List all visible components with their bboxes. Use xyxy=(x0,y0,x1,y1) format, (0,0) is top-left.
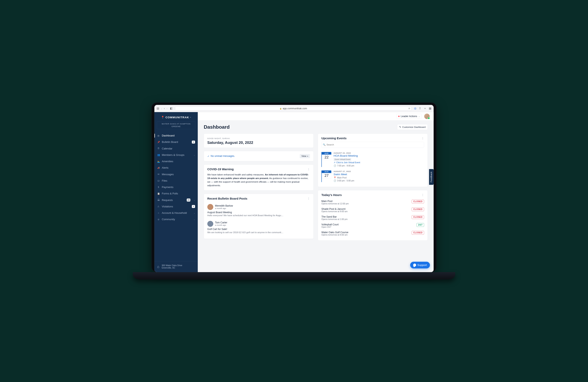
url-bar[interactable]: 🔒 app.communitrak.com ⟳ xyxy=(175,107,412,111)
url-text: app.communitrak.com xyxy=(283,107,307,110)
nav-item-alerts[interactable]: 📣 Alerts xyxy=(154,165,198,171)
status-badge: CLOSED xyxy=(412,215,424,219)
search-icon: 🔍 xyxy=(323,143,326,146)
event-item[interactable]: AUG 22 AUGUST 22, 2022 HOA Board Meeting… xyxy=(321,150,424,169)
event-time: 🕐 7:00 pm - 9:00 pm xyxy=(334,164,424,167)
nav-item-messages[interactable]: ✉ Messages xyxy=(154,171,198,177)
nav-back-icon[interactable]: ‹ xyxy=(164,107,165,110)
events-menu-button[interactable] xyxy=(421,137,424,139)
bulletin-post[interactable]: Meredith Barlow a month ago August Board… xyxy=(207,202,310,219)
reload-icon[interactable]: ⟳ xyxy=(408,107,410,110)
amenity-sub: Opens tomorrow at 8:00 am xyxy=(321,234,348,236)
post-ago: a month ago xyxy=(215,207,233,209)
nav-label: Forms & Polls xyxy=(162,192,178,195)
leader-actions-button[interactable]: Leader Actions ⌄ xyxy=(396,114,422,119)
nav-item-bulletin[interactable]: 📌 Bulletin Board 1 xyxy=(154,139,198,145)
inbox-icon: 🗳 xyxy=(157,199,160,201)
hours-card: Today's Hours Main Pool Opens tomorrow a… xyxy=(318,190,428,241)
laptop-base xyxy=(133,272,455,280)
hours-row: Main Pool Opens tomorrow at 12:00 pm CLO… xyxy=(321,198,424,206)
nav-item-community[interactable]: ⊘ Community ⌄ xyxy=(154,216,198,223)
event-item[interactable]: AUG 27 AUGUST 27, 2022 Swim Meet 📍 xyxy=(321,169,424,184)
members-icon: 👥 xyxy=(157,154,160,156)
nav-label: Community xyxy=(162,218,175,221)
nav-label: Files xyxy=(162,179,167,182)
amenity-sub: Opens tomorrow at 12:00 pm xyxy=(321,203,349,205)
nav-item-violations[interactable]: ⚠ Violations 7 xyxy=(154,203,198,210)
files-icon: 🗂 xyxy=(157,179,160,182)
tabs-icon[interactable]: ▦ xyxy=(429,107,431,110)
event-datebox: AUG 22 xyxy=(321,152,331,167)
chevron-down-icon: ⌄ xyxy=(194,212,195,214)
topbar: Leader Actions ⌄ xyxy=(198,112,434,120)
post-avatar xyxy=(207,204,213,210)
nav-label: Bulletin Board xyxy=(162,140,178,143)
event-date: AUGUST 27, 2022 xyxy=(334,171,424,172)
nav-item-amenities[interactable]: 🏊 Amenities xyxy=(154,158,198,164)
nav-item-requests[interactable]: 🗳 Requests 15 ⌄ xyxy=(154,197,198,203)
covid-menu-button[interactable] xyxy=(307,168,310,171)
event-date: AUGUST 22, 2022 xyxy=(334,152,424,154)
external-link-icon: ↗ xyxy=(334,161,336,164)
greeting-text: GOOD NIGHT, SARAH. xyxy=(207,137,310,140)
address-line-1: 300 Water Oaks Drive xyxy=(162,264,182,267)
feedback-tab[interactable]: Feedback xyxy=(429,169,434,185)
nav-badge: 7 xyxy=(192,205,195,208)
clipboard-icon: 📋 xyxy=(157,192,160,195)
nav-item-forms[interactable]: 📋 Forms & Polls xyxy=(154,191,198,197)
nav-badge: 15 xyxy=(187,199,190,202)
nav-item-payments[interactable]: $ Payments xyxy=(154,184,198,190)
nav-item-files[interactable]: 🗂 Files xyxy=(154,177,198,184)
events-search-input[interactable] xyxy=(321,142,424,148)
brand-name: COMMUNITRAK xyxy=(165,116,189,119)
post-snippet: We are looking to sell our 2018 EZ-GO go… xyxy=(207,231,310,234)
amenity-sub: Opens tomorrow at 1:00 pm xyxy=(321,218,348,221)
share-icon[interactable]: ⇪ xyxy=(419,107,421,110)
nav-forward-icon[interactable]: › xyxy=(167,107,168,110)
shield-icon[interactable]: ◧ xyxy=(170,107,173,110)
post-ago: a month ago xyxy=(215,224,227,226)
new-tab-icon[interactable]: ＋ xyxy=(424,107,426,110)
envelope-icon: ✉ xyxy=(157,173,160,176)
event-datebox: AUG 27 xyxy=(321,171,331,182)
hours-menu-button[interactable] xyxy=(421,194,424,196)
bulletin-post[interactable]: Tom Carter a month ago Golf Cart for Sal… xyxy=(207,219,310,236)
nav-item-account[interactable]: ⌂ Account & Household ⌄ xyxy=(154,210,198,216)
no-messages-text: No unread messages. xyxy=(210,155,235,157)
event-title: HOA Board Meeting xyxy=(334,154,424,157)
nav-item-dashboard[interactable]: ◷ Dashboard xyxy=(154,132,198,139)
amenity-sub: Opens tomorrow at 9:00 am xyxy=(321,210,348,213)
status-badge: CLOSED xyxy=(412,207,424,211)
bulletin-title: Recent Bulletin Board Posts xyxy=(207,197,247,200)
leader-actions-label: Leader Actions xyxy=(401,115,417,118)
status-badge: 24/7 xyxy=(417,223,424,227)
nav-label: Violations xyxy=(162,205,173,208)
brand: 📍 COMMUNITRAK ™ xyxy=(154,112,198,121)
nav-label: Messages xyxy=(162,173,174,176)
view-messages-button[interactable]: View » xyxy=(300,154,310,158)
community-switcher[interactable]: WATER OAKS AT HAMPTON GREENE xyxy=(157,121,195,129)
support-label: Support xyxy=(417,264,427,267)
user-avatar[interactable] xyxy=(424,114,430,119)
event-time: 🕐 3:00 pm - 5:00 pm xyxy=(334,179,424,182)
events-title: Upcoming Events xyxy=(321,137,347,140)
dollar-icon: $ xyxy=(157,186,160,188)
brand-tm: ™ xyxy=(190,117,191,118)
greeting-date: Saturday, August 20, 2022 xyxy=(207,140,310,145)
events-card: Upcoming Events 🔍 xyxy=(318,134,428,187)
nav-item-members[interactable]: 👥 Members & Groups ⌄ xyxy=(154,152,198,158)
bulletin-menu-button[interactable] xyxy=(307,197,310,200)
home-icon: ⌂ xyxy=(157,211,160,214)
sidebar-dropdown-icon[interactable]: ⌄ xyxy=(161,108,162,109)
sidebar-toggle-icon[interactable]: ▤ xyxy=(157,107,159,110)
post-snippet: Hello everyone! We have scheduled our ne… xyxy=(207,214,310,217)
event-join-link[interactable]: ↗ Click to Join Virtual Event xyxy=(334,161,424,164)
privacy-icon[interactable]: ◎ xyxy=(414,107,416,110)
nav-item-calendar[interactable]: 🗓 Calendar xyxy=(154,145,198,152)
nav-list: ◷ Dashboard 📌 Bulletin Board 1 🗓 Calenda… xyxy=(154,132,198,261)
support-fab[interactable]: Support xyxy=(410,262,430,268)
covid-card: COVID-19 Warning We have taken enhanced … xyxy=(204,164,314,191)
amenities-icon: 🏊 xyxy=(157,160,160,163)
status-badge: CLOSED xyxy=(412,231,424,235)
customize-dashboard-button[interactable]: ✎ Customize Dashboard xyxy=(397,124,428,130)
